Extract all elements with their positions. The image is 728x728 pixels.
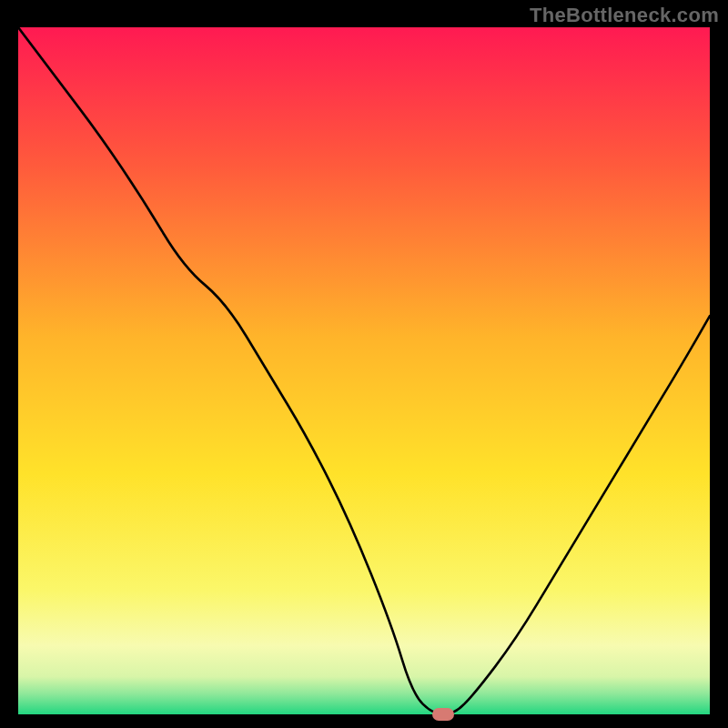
gradient-background [18, 27, 710, 714]
chart-svg [18, 27, 710, 714]
chart-frame: TheBottleneck.com [0, 0, 728, 728]
watermark-text: TheBottleneck.com [530, 4, 719, 27]
plot-area [18, 27, 710, 714]
optimal-marker [432, 708, 454, 721]
